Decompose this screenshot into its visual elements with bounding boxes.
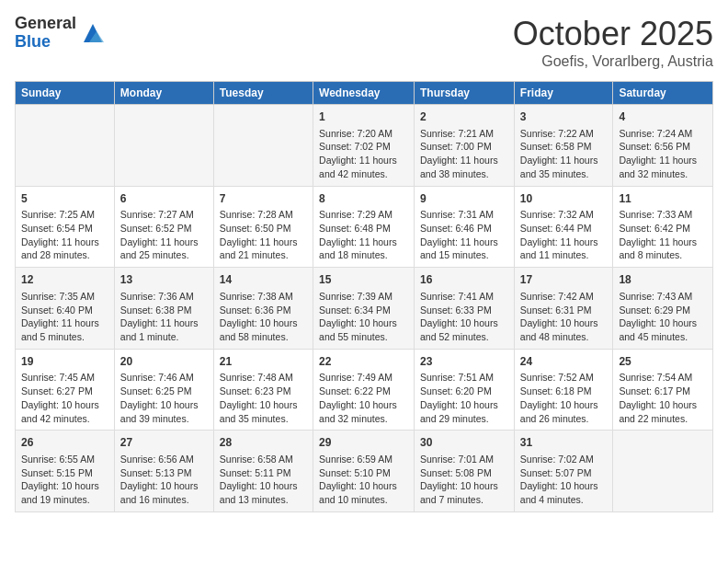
- calendar-cell: 3Sunrise: 7:22 AMSunset: 6:58 PMDaylight…: [514, 105, 613, 187]
- day-number: 2: [420, 109, 508, 125]
- page-header: General Blue October 2025 Goefis, Vorarl…: [15, 15, 713, 70]
- day-number: 27: [120, 435, 208, 451]
- week-row-1: 5Sunrise: 7:25 AMSunset: 6:54 PMDaylight…: [16, 186, 713, 268]
- title-section: October 2025 Goefis, Vorarlberg, Austria: [513, 15, 713, 70]
- calendar-cell: 7Sunrise: 7:28 AMSunset: 6:50 PMDaylight…: [213, 186, 313, 268]
- calendar-cell: 4Sunrise: 7:24 AMSunset: 6:56 PMDaylight…: [613, 105, 713, 187]
- calendar-cell: [114, 105, 213, 187]
- dow-monday: Monday: [114, 82, 213, 105]
- calendar-cell: 10Sunrise: 7:32 AMSunset: 6:44 PMDayligh…: [514, 186, 613, 268]
- day-number: 18: [619, 272, 707, 288]
- month-title: October 2025: [513, 15, 713, 53]
- calendar-cell: 18Sunrise: 7:43 AMSunset: 6:29 PMDayligh…: [613, 268, 713, 350]
- calendar-cell: 26Sunrise: 6:55 AMSunset: 5:15 PMDayligh…: [16, 431, 115, 512]
- calendar-cell: 25Sunrise: 7:54 AMSunset: 6:17 PMDayligh…: [613, 349, 713, 431]
- calendar-cell: 28Sunrise: 6:58 AMSunset: 5:11 PMDayligh…: [213, 431, 313, 512]
- day-number: 15: [319, 272, 408, 288]
- calendar-cell: 13Sunrise: 7:36 AMSunset: 6:38 PMDayligh…: [114, 268, 213, 350]
- calendar-cell: 29Sunrise: 6:59 AMSunset: 5:10 PMDayligh…: [313, 431, 415, 512]
- dow-wednesday: Wednesday: [313, 82, 415, 105]
- day-number: 4: [619, 109, 707, 125]
- dow-saturday: Saturday: [613, 82, 713, 105]
- day-number: 5: [21, 191, 108, 207]
- logo-blue: Blue: [15, 33, 76, 52]
- day-number: 13: [120, 272, 208, 288]
- day-number: 26: [21, 435, 108, 451]
- day-number: 19: [21, 354, 108, 370]
- calendar-table: SundayMondayTuesdayWednesdayThursdayFrid…: [15, 81, 713, 512]
- day-number: 10: [520, 191, 608, 207]
- calendar-cell: 11Sunrise: 7:33 AMSunset: 6:42 PMDayligh…: [613, 186, 713, 268]
- logo-text: General Blue: [15, 15, 76, 52]
- day-number: 17: [520, 272, 608, 288]
- calendar-cell: 20Sunrise: 7:46 AMSunset: 6:25 PMDayligh…: [114, 349, 213, 431]
- week-row-2: 12Sunrise: 7:35 AMSunset: 6:40 PMDayligh…: [16, 268, 713, 350]
- calendar-cell: 12Sunrise: 7:35 AMSunset: 6:40 PMDayligh…: [16, 268, 115, 350]
- calendar-cell: [16, 105, 115, 187]
- logo-icon: [80, 20, 106, 46]
- location-subtitle: Goefis, Vorarlberg, Austria: [513, 53, 713, 70]
- day-number: 14: [220, 272, 307, 288]
- day-number: 30: [420, 435, 508, 451]
- day-number: 16: [420, 272, 508, 288]
- day-number: 24: [520, 354, 608, 370]
- calendar-cell: 19Sunrise: 7:45 AMSunset: 6:27 PMDayligh…: [16, 349, 115, 431]
- calendar-body: 1Sunrise: 7:20 AMSunset: 7:02 PMDaylight…: [16, 105, 713, 512]
- day-number: 28: [220, 435, 307, 451]
- day-number: 8: [319, 191, 408, 207]
- calendar-cell: 22Sunrise: 7:49 AMSunset: 6:22 PMDayligh…: [313, 349, 415, 431]
- calendar-cell: 8Sunrise: 7:29 AMSunset: 6:48 PMDaylight…: [313, 186, 415, 268]
- calendar-cell: 9Sunrise: 7:31 AMSunset: 6:46 PMDaylight…: [415, 186, 515, 268]
- week-row-4: 26Sunrise: 6:55 AMSunset: 5:15 PMDayligh…: [16, 431, 713, 512]
- calendar-cell: 15Sunrise: 7:39 AMSunset: 6:34 PMDayligh…: [313, 268, 415, 350]
- calendar-cell: 27Sunrise: 6:56 AMSunset: 5:13 PMDayligh…: [114, 431, 213, 512]
- day-number: 20: [120, 354, 208, 370]
- dow-thursday: Thursday: [415, 82, 515, 105]
- day-number: 3: [520, 109, 608, 125]
- calendar-cell: 31Sunrise: 7:02 AMSunset: 5:07 PMDayligh…: [514, 431, 613, 512]
- calendar-cell: 14Sunrise: 7:38 AMSunset: 6:36 PMDayligh…: [213, 268, 313, 350]
- calendar-cell: [213, 105, 313, 187]
- logo: General Blue: [15, 15, 106, 52]
- day-number: 9: [420, 191, 508, 207]
- calendar-cell: 5Sunrise: 7:25 AMSunset: 6:54 PMDaylight…: [16, 186, 115, 268]
- dow-friday: Friday: [514, 82, 613, 105]
- day-number: 1: [319, 109, 408, 125]
- calendar-cell: 2Sunrise: 7:21 AMSunset: 7:00 PMDaylight…: [415, 105, 515, 187]
- calendar-cell: 17Sunrise: 7:42 AMSunset: 6:31 PMDayligh…: [514, 268, 613, 350]
- calendar-cell: 6Sunrise: 7:27 AMSunset: 6:52 PMDaylight…: [114, 186, 213, 268]
- logo-general: General: [15, 15, 76, 33]
- calendar-cell: 1Sunrise: 7:20 AMSunset: 7:02 PMDaylight…: [313, 105, 415, 187]
- week-row-0: 1Sunrise: 7:20 AMSunset: 7:02 PMDaylight…: [16, 105, 713, 187]
- day-number: 11: [619, 191, 707, 207]
- calendar-cell: 21Sunrise: 7:48 AMSunset: 6:23 PMDayligh…: [213, 349, 313, 431]
- day-number: 25: [619, 354, 707, 370]
- day-number: 23: [420, 354, 508, 370]
- day-number: 21: [220, 354, 307, 370]
- day-number: 7: [220, 191, 307, 207]
- calendar-cell: 23Sunrise: 7:51 AMSunset: 6:20 PMDayligh…: [415, 349, 515, 431]
- calendar-cell: [613, 431, 713, 512]
- day-number: 29: [319, 435, 408, 451]
- days-of-week-row: SundayMondayTuesdayWednesdayThursdayFrid…: [16, 82, 713, 105]
- calendar-cell: 16Sunrise: 7:41 AMSunset: 6:33 PMDayligh…: [415, 268, 515, 350]
- calendar-cell: 24Sunrise: 7:52 AMSunset: 6:18 PMDayligh…: [514, 349, 613, 431]
- week-row-3: 19Sunrise: 7:45 AMSunset: 6:27 PMDayligh…: [16, 349, 713, 431]
- day-number: 12: [21, 272, 108, 288]
- day-number: 6: [120, 191, 208, 207]
- dow-tuesday: Tuesday: [213, 82, 313, 105]
- dow-sunday: Sunday: [16, 82, 115, 105]
- day-number: 31: [520, 435, 608, 451]
- day-number: 22: [319, 354, 408, 370]
- calendar-cell: 30Sunrise: 7:01 AMSunset: 5:08 PMDayligh…: [415, 431, 515, 512]
